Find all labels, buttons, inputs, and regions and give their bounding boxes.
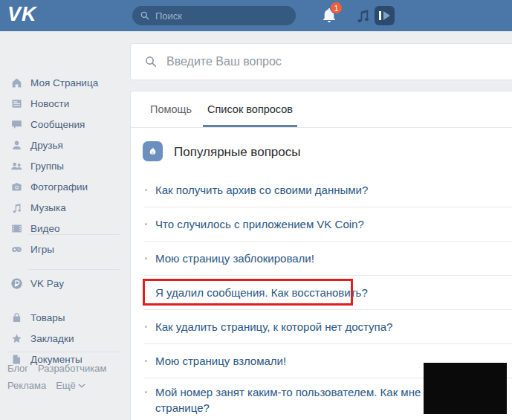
footer-link-blog[interactable]: Блог (7, 363, 28, 374)
question-link-vkcoin[interactable]: Что случилось с приложением VK Coin? (155, 216, 364, 232)
header-search-input[interactable] (155, 10, 288, 22)
footer-link-more[interactable]: Ещё (56, 380, 85, 391)
video-play-button[interactable] (375, 6, 395, 25)
tab-help[interactable]: Помощь (146, 91, 196, 127)
question-search-card (130, 43, 512, 80)
question-row: Как удалить страницу, к которой нет дост… (144, 310, 512, 344)
sidebar-item-label: Группы (30, 161, 64, 172)
sidebar-item-label: Закладки (30, 333, 74, 344)
bookmarks-icon (9, 331, 24, 346)
bullet-dot-icon (145, 223, 147, 225)
header-music-button[interactable] (354, 7, 372, 28)
groups-icon (9, 158, 24, 173)
question-row-highlighted: Я удалил сообщения. Как восстановить? (144, 276, 512, 310)
sidebar-item-label: Фотографии (30, 181, 88, 193)
footer-link-ads[interactable]: Реклама (7, 380, 46, 391)
sidebar-item-label: Сообщения (30, 119, 85, 130)
sidebar: Моя Страница Новости Сообщения Друзья Гр (0, 31, 130, 420)
sidebar-divider (28, 269, 120, 270)
bullet-dot-icon (145, 326, 147, 328)
notifications-button[interactable]: 1 (320, 5, 343, 28)
news-icon (9, 96, 24, 111)
chevron-down-icon (78, 380, 85, 391)
notification-badge: 1 (330, 1, 343, 14)
sidebar-item-goods[interactable]: Товары (0, 307, 130, 328)
search-icon (140, 10, 150, 21)
question-link-archive[interactable]: Как получить архив со своими данными? (155, 182, 368, 198)
sidebar-item-video[interactable]: Видео (0, 218, 130, 239)
popular-questions-header: Популярные вопросы (131, 128, 512, 174)
sidebar-item-label: Друзья (30, 140, 63, 151)
header-search[interactable] (132, 6, 296, 25)
footer-more-label: Ещё (56, 380, 76, 391)
sidebar-item-vkpay[interactable]: VK Pay (0, 273, 130, 294)
search-icon (144, 55, 158, 68)
sidebar-item-label: Товары (30, 312, 65, 323)
photos-icon (9, 179, 24, 194)
flame-icon (143, 141, 163, 161)
sidebar-item-photos[interactable]: Фотографии (0, 176, 130, 197)
tab-question-list[interactable]: Список вопросов (203, 91, 297, 127)
goods-icon (9, 310, 24, 325)
sidebar-item-groups[interactable]: Группы (0, 155, 130, 176)
sidebar-item-label: Музыка (30, 202, 66, 213)
sidebar-footer-row-2: РекламаЕщё (7, 380, 85, 391)
footer-link-developers[interactable]: Разработчикам (38, 363, 106, 374)
sidebar-item-news[interactable]: Новости (0, 93, 130, 114)
messages-icon (9, 117, 24, 132)
sidebar-item-bookmarks[interactable]: Закладки (0, 328, 130, 349)
bullet-dot-icon (145, 360, 147, 362)
question-link-deleted-messages[interactable]: Я удалил сообщения. Как восстановить? (155, 285, 368, 300)
ruble-icon (9, 276, 24, 291)
vk-logo[interactable]: VK (7, 3, 37, 26)
games-icon (9, 242, 24, 256)
top-bar: VK 1 (0, 0, 512, 31)
sidebar-footer-row-1: БлогРазработчикам (7, 363, 116, 374)
section-title: Популярные вопросы (174, 145, 301, 160)
tabs-bar: Помощь Список вопросов (131, 91, 512, 128)
music-icon (354, 7, 372, 25)
bullet-dot-icon (145, 391, 147, 393)
question-link-delete-page[interactable]: Как удалить страницу, к которой нет дост… (155, 319, 392, 335)
question-search-input[interactable] (166, 55, 499, 68)
vk-help-page: VK 1 (0, 0, 512, 420)
sidebar-item-messages[interactable]: Сообщения (0, 114, 130, 135)
sidebar-item-label: Игры (30, 244, 54, 255)
home-icon (9, 75, 24, 90)
video-play-bar (379, 11, 381, 20)
video-icon (9, 221, 24, 236)
sidebar-item-games[interactable]: Игры (0, 239, 130, 259)
sidebar-item-label: Моя Страница (30, 77, 98, 88)
sidebar-item-my-page[interactable]: Моя Страница (0, 72, 130, 93)
redaction-box (424, 363, 507, 414)
music-note-icon (9, 200, 24, 215)
friends-icon (9, 138, 24, 152)
question-row: Как получить архив со своими данными? (144, 173, 512, 207)
sidebar-item-label: Новости (30, 98, 69, 109)
bullet-dot-icon (145, 257, 147, 259)
sidebar-item-music[interactable]: Музыка (0, 197, 130, 218)
sidebar-divider (7, 352, 120, 352)
question-link-blocked[interactable]: Мою страницу заблокировали! (155, 251, 314, 266)
question-row: Что случилось с приложением VK Coin? (144, 207, 512, 242)
video-play-icon (383, 11, 390, 20)
sidebar-item-friends[interactable]: Друзья (0, 135, 130, 155)
sidebar-item-label: Видео (30, 223, 59, 234)
sidebar-item-label: VK Pay (30, 278, 64, 289)
bullet-dot-icon (145, 189, 147, 191)
sidebar-divider (28, 234, 120, 235)
question-link-hacked[interactable]: Мою страницу взломали! (155, 353, 286, 369)
question-row: Мою страницу заблокировали! (144, 242, 512, 276)
